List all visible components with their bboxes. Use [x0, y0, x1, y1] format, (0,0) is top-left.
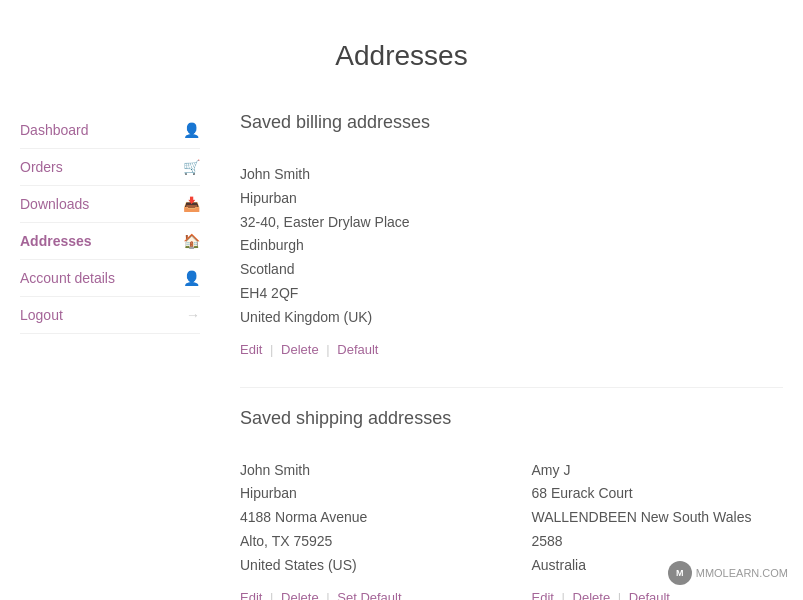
shipping-address-block-2: Amy J 68 Eurack Court WALLENDBEEN New So…	[532, 459, 784, 578]
watermark: M MMOLEARN.COM	[668, 561, 788, 585]
sidebar-item-account-details[interactable]: Account details 👤	[20, 260, 200, 297]
sidebar-item-logout[interactable]: Logout →	[20, 297, 200, 334]
sidebar-item-addresses[interactable]: Addresses 🏠	[20, 223, 200, 260]
addresses-icon: 🏠	[183, 233, 200, 249]
billing-address: John Smith Hipurban 32-40, Easter Drylaw…	[240, 163, 783, 330]
shipping1-delete-link[interactable]: Delete	[281, 590, 319, 600]
account-icon: 👤	[183, 270, 200, 286]
separator-4: |	[326, 590, 329, 600]
shipping1-actions: Edit | Delete | Set Default	[240, 590, 492, 600]
shipping1-street: 4188 Norma Avenue	[240, 506, 492, 530]
separator-2: |	[326, 342, 329, 357]
downloads-icon: 📥	[183, 196, 200, 212]
billing-region: Scotland	[240, 258, 783, 282]
dashboard-icon: 👤	[183, 122, 200, 138]
shipping2-street: 68 Eurack Court	[532, 482, 784, 506]
shipping-address-1: John Smith Hipurban 4188 Norma Avenue Al…	[240, 459, 492, 600]
billing-country: United Kingdom (UK)	[240, 306, 783, 330]
sidebar-item-downloads[interactable]: Downloads 📥	[20, 186, 200, 223]
separator-3: |	[270, 590, 273, 600]
logout-icon: →	[186, 307, 200, 323]
billing-actions: Edit | Delete | Default	[240, 342, 783, 357]
watermark-logo: M	[668, 561, 692, 585]
separator-6: |	[618, 590, 621, 600]
billing-street: 32-40, Easter Drylaw Place	[240, 211, 783, 235]
shipping1-country: United States (US)	[240, 554, 492, 578]
billing-section-title: Saved billing addresses	[240, 112, 783, 143]
watermark-text: MMOLEARN.COM	[696, 567, 788, 579]
page-title: Addresses	[20, 40, 783, 72]
shipping2-edit-link[interactable]: Edit	[532, 590, 554, 600]
shipping1-city-state: Alto, TX 75925	[240, 530, 492, 554]
billing-company: Hipurban	[240, 187, 783, 211]
sidebar-item-dashboard[interactable]: Dashboard 👤	[20, 112, 200, 149]
billing-city: Edinburgh	[240, 234, 783, 258]
shipping1-company: Hipurban	[240, 482, 492, 506]
billing-default-link[interactable]: Default	[337, 342, 378, 357]
shipping2-delete-link[interactable]: Delete	[573, 590, 611, 600]
shipping1-edit-link[interactable]: Edit	[240, 590, 262, 600]
shipping1-name: John Smith	[240, 459, 492, 483]
billing-delete-link[interactable]: Delete	[281, 342, 319, 357]
shipping2-actions: Edit | Delete | Default	[532, 590, 784, 600]
shipping2-default-link[interactable]: Default	[629, 590, 670, 600]
sidebar-item-orders[interactable]: Orders 🛒	[20, 149, 200, 186]
section-divider	[240, 387, 783, 388]
shipping-address-block-1: John Smith Hipurban 4188 Norma Avenue Al…	[240, 459, 492, 578]
orders-icon: 🛒	[183, 159, 200, 175]
main-content: Saved billing addresses John Smith Hipur…	[240, 112, 783, 600]
shipping2-city-state: WALLENDBEEN New South Wales 2588	[532, 506, 784, 554]
separator-5: |	[562, 590, 565, 600]
shipping1-setdefault-link[interactable]: Set Default	[337, 590, 401, 600]
billing-postcode: EH4 2QF	[240, 282, 783, 306]
billing-name: John Smith	[240, 163, 783, 187]
shipping-section-title: Saved shipping addresses	[240, 408, 783, 439]
sidebar: Dashboard 👤 Orders 🛒 Downloads 📥 Address…	[20, 112, 200, 600]
separator-1: |	[270, 342, 273, 357]
billing-edit-link[interactable]: Edit	[240, 342, 262, 357]
shipping2-name: Amy J	[532, 459, 784, 483]
